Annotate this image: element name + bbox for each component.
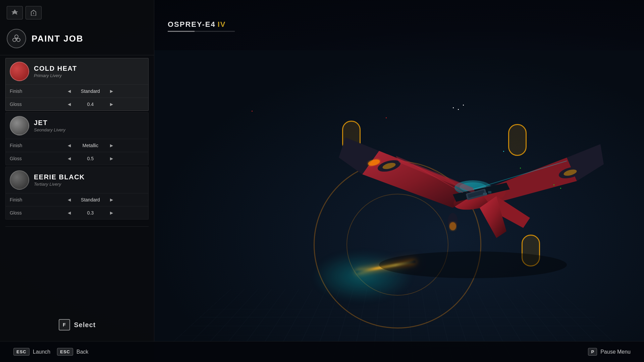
eerie-black-finish-prev[interactable]: ◀ (66, 196, 73, 203)
ship-icon (30, 9, 38, 17)
svg-point-29 (15, 38, 17, 40)
eerie-black-finish-control: ◀ Standard ▶ (37, 196, 144, 203)
hangar-scene (151, 50, 644, 362)
livery-item-eerie-black[interactable]: EERIE BLACK Tertiary Livery Finish ◀ Sta… (5, 167, 149, 220)
jet-finish-control: ◀ Metallic ▶ (37, 142, 144, 149)
eerie-black-gloss-value: 0.3 (77, 210, 104, 216)
scatter-dot (503, 151, 504, 152)
scatter-dot (463, 105, 464, 106)
ship-svg (312, 90, 614, 308)
ship-name: OSPREY-E4IV (168, 20, 235, 29)
ship-title-area: OSPREY-E4IV (168, 20, 235, 32)
cold-heat-gloss-row: Gloss ◀ 0.4 ▶ (6, 98, 148, 111)
cold-heat-finish-next[interactable]: ▶ (108, 87, 115, 95)
scatter-dot (553, 184, 554, 185)
jet-gloss-next[interactable]: ▶ (108, 155, 115, 162)
livery-eerie-black-sub: Tertiary Livery (34, 182, 85, 187)
top-navigation (0, 0, 154, 25)
svg-point-21 (449, 222, 456, 230)
livery-eerie-black-info: EERIE BLACK Tertiary Livery (34, 173, 85, 187)
scatter-dot (386, 117, 387, 118)
pause-key-badge: P (588, 348, 597, 356)
livery-jet-sub: Seondary Livery (34, 127, 65, 132)
scatter-dot (252, 111, 253, 112)
launch-label: Launch (33, 349, 51, 355)
eerie-black-gloss-next[interactable]: ▶ (108, 209, 115, 217)
scatter-dot (520, 168, 521, 169)
eerie-black-gloss-prev[interactable]: ◀ (66, 209, 73, 217)
select-action-bar: F Select (0, 314, 154, 335)
livery-cold-heat-name: COLD HEAT (34, 65, 77, 72)
paint-job-icon (7, 29, 26, 48)
back-label: Back (76, 349, 89, 355)
back-button[interactable]: ESC Back (57, 348, 88, 356)
scatter-dot (560, 188, 561, 189)
nav-icon-1[interactable] (7, 6, 23, 19)
jet-gloss-label: Gloss (10, 156, 37, 161)
livery-jet-header: JET Seondary Livery (6, 113, 148, 139)
nav-icon-2[interactable] (25, 6, 42, 19)
paint-job-title: PAINT JOB (32, 34, 84, 44)
back-key-badge: ESC (57, 348, 73, 356)
livery-cold-heat-header: COLD HEAT Primary Livery (6, 58, 148, 84)
scatter-dot (453, 107, 454, 108)
cold-heat-finish-row: Finish ◀ Standard ▶ (6, 84, 148, 98)
jet-finish-label: Finish (10, 143, 37, 148)
paint-job-header: PAINT JOB (0, 25, 154, 55)
color-swatch-jet (10, 116, 29, 135)
pause-menu-button[interactable]: P Pause Menu (588, 348, 631, 356)
ship-progress-fill (168, 31, 195, 32)
livery-jet-info: JET Seondary Livery (34, 119, 65, 132)
bottom-bar: ESC Launch ESC Back P Pause Menu (0, 341, 644, 362)
color-swatch-eerie-black (10, 170, 29, 190)
jet-gloss-row: Gloss ◀ 0.5 ▶ (6, 152, 148, 165)
cold-heat-finish-prev[interactable]: ◀ (66, 87, 73, 95)
jet-finish-row: Finish ◀ Metallic ▶ (6, 139, 148, 152)
cold-heat-gloss-value: 0.4 (77, 102, 104, 107)
livery-cold-heat-sub: Primary Livery (34, 73, 77, 78)
svg-point-25 (379, 251, 567, 278)
eerie-black-finish-value: Standard (77, 197, 104, 202)
livery-eerie-black-name: EERIE BLACK (34, 173, 85, 181)
jet-gloss-prev[interactable]: ◀ (66, 155, 73, 162)
panel-divider (5, 226, 149, 227)
livery-item-jet[interactable]: JET Seondary Livery Finish ◀ Metallic ▶ … (5, 112, 149, 165)
livery-cold-heat-info: COLD HEAT Primary Livery (34, 65, 77, 78)
jet-finish-next[interactable]: ▶ (108, 142, 115, 149)
jet-finish-value: Metallic (77, 143, 104, 148)
eerie-black-finish-row: Finish ◀ Standard ▶ (6, 193, 148, 206)
eerie-black-finish-label: Finish (10, 197, 37, 202)
cold-heat-gloss-next[interactable]: ▶ (108, 101, 115, 108)
eerie-black-finish-next[interactable]: ▶ (108, 196, 115, 203)
launch-button[interactable]: ESC Launch (13, 348, 50, 356)
jet-gloss-value: 0.5 (77, 156, 104, 161)
select-key-badge: F (59, 319, 70, 330)
eerie-black-gloss-row: Gloss ◀ 0.3 ▶ (6, 206, 148, 219)
cold-heat-gloss-prev[interactable]: ◀ (66, 101, 73, 108)
ship-progress-bar (168, 31, 235, 32)
left-panel: PAINT JOB COLD HEAT Primary Livery Finis… (0, 0, 154, 362)
ship-display (312, 90, 614, 308)
eerie-black-gloss-control: ◀ 0.3 ▶ (37, 209, 144, 217)
faction-icon (11, 9, 19, 17)
select-action-label: Select (74, 321, 96, 329)
bottom-left-actions: ESC Launch ESC Back (13, 348, 89, 356)
cold-heat-gloss-control: ◀ 0.4 ▶ (37, 101, 144, 108)
svg-rect-23 (483, 193, 487, 195)
cold-heat-gloss-label: Gloss (10, 102, 37, 107)
launch-key-badge: ESC (13, 348, 30, 356)
scatter-dot (458, 109, 459, 110)
jet-finish-prev[interactable]: ◀ (66, 142, 73, 149)
livery-eerie-black-header: EERIE BLACK Tertiary Livery (6, 167, 148, 193)
svg-rect-24 (488, 191, 491, 193)
cold-heat-finish-label: Finish (10, 88, 37, 94)
livery-jet-name: JET (34, 119, 65, 127)
eerie-black-gloss-label: Gloss (10, 210, 37, 216)
livery-item-cold-heat[interactable]: COLD HEAT Primary Livery Finish ◀ Standa… (5, 58, 149, 111)
svg-marker-2 (480, 158, 577, 204)
jet-gloss-control: ◀ 0.5 ▶ (37, 155, 144, 162)
cold-heat-finish-control: ◀ Standard ▶ (37, 87, 144, 95)
color-swatch-cold-heat (10, 62, 29, 81)
cold-heat-finish-value: Standard (77, 88, 104, 94)
pause-menu-label: Pause Menu (600, 349, 631, 355)
